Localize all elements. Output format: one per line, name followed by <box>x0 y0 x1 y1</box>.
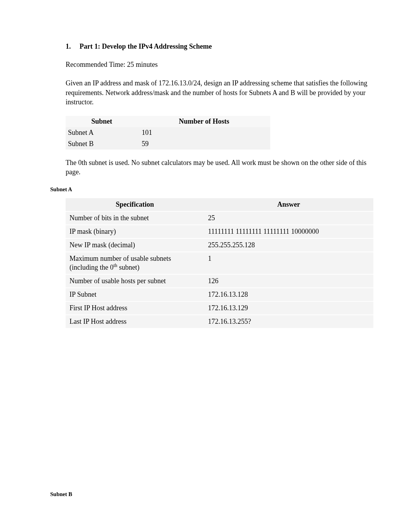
subnet-a-title: Subnet A <box>50 186 373 193</box>
answer-cell: 172.16.13.128 <box>204 288 373 301</box>
table-row: Maximum number of usable subnets (includ… <box>66 252 373 274</box>
cell-subnet-hosts: 59 <box>139 138 270 150</box>
answer-cell: 1 <box>204 252 373 274</box>
table-row: New IP mask (decimal) 255.255.255.128 <box>66 238 373 252</box>
answer-header: Answer <box>204 198 373 211</box>
table-row: Number of usable hosts per subnet 126 <box>66 274 373 288</box>
answer-cell: 172.16.13.129 <box>204 301 373 315</box>
spec-cell: Number of bits in the subnet <box>66 211 204 225</box>
table-row: First IP Host address 172.16.13.129 <box>66 301 373 315</box>
rules-paragraph: The 0th subnet is used. No subnet calcul… <box>66 158 373 177</box>
table-row: Subnet B 59 <box>66 138 270 150</box>
heading-text: Part 1: Develop the IPv4 Addressing Sche… <box>80 42 212 51</box>
spec-cell: IP Subnet <box>66 288 204 301</box>
hosts-header-count: Number of Hosts <box>139 116 270 127</box>
table-row: Subnet A 101 <box>66 127 270 138</box>
cell-subnet-name: Subnet B <box>66 138 139 150</box>
hosts-header-subnet: Subnet <box>66 116 139 127</box>
section-heading: 1. Part 1: Develop the IPv4 Addressing S… <box>66 42 373 51</box>
heading-number: 1. <box>66 42 73 51</box>
subnet-a-table: Specification Answer Number of bits in t… <box>66 198 373 329</box>
recommended-time: Recommended Time: 25 minutes <box>66 60 373 69</box>
table-row: IP Subnet 172.16.13.128 <box>66 288 373 301</box>
spec-cell: Maximum number of usable subnets (includ… <box>66 252 204 274</box>
spec-cell: Last IP Host address <box>66 315 204 328</box>
hosts-table: Subnet Number of Hosts Subnet A 101 Subn… <box>66 116 270 150</box>
table-row: Last IP Host address 172.16.13.255? <box>66 315 373 328</box>
spec-cell: IP mask (binary) <box>66 225 204 238</box>
spec-cell: Number of usable hosts per subnet <box>66 274 204 288</box>
cell-subnet-hosts: 101 <box>139 127 270 138</box>
answer-cell: 25 <box>204 211 373 225</box>
table-row: Number of bits in the subnet 25 <box>66 211 373 225</box>
answer-cell: 11111111 11111111 11111111 10000000 <box>204 225 373 238</box>
answer-cell: 255.255.255.128 <box>204 238 373 252</box>
table-row: IP mask (binary) 11111111 11111111 11111… <box>66 225 373 238</box>
intro-paragraph: Given an IP address and mask of 172.16.1… <box>66 78 373 107</box>
cell-subnet-name: Subnet A <box>66 127 139 138</box>
subnet-b-title: Subnet B <box>50 491 373 498</box>
answer-cell: 126 <box>204 274 373 288</box>
spec-header: Specification <box>66 198 204 211</box>
answer-cell: 172.16.13.255? <box>204 315 373 328</box>
spec-cell: New IP mask (decimal) <box>66 238 204 252</box>
spec-cell: First IP Host address <box>66 301 204 315</box>
